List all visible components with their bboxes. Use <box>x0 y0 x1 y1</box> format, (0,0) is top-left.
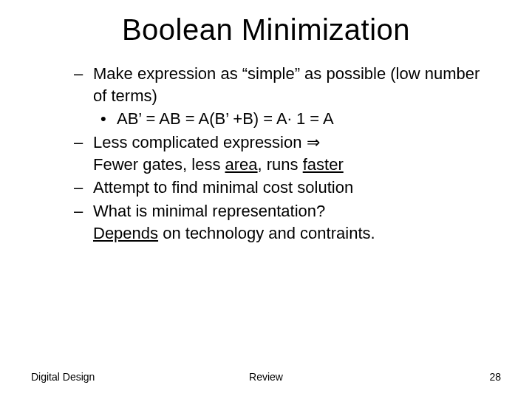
sub-item: • AB’ = AB = A(B’ +B) = A· 1 = A <box>100 108 488 130</box>
item-text: What is minimal representation? Depends … <box>93 200 488 244</box>
list-item: – What is minimal representation? Depend… <box>74 200 488 244</box>
content-body: – Make expression as “simple” as possibl… <box>37 63 495 245</box>
text-fragment: Fewer gates, less <box>93 155 225 174</box>
underlined-text: faster <box>303 155 344 174</box>
item-text: Attempt to find minimal cost solution <box>93 177 488 199</box>
underlined-text: Depends <box>93 224 158 242</box>
list-item: – Make expression as “simple” as possibl… <box>74 63 488 106</box>
footer-center: Review <box>249 371 283 383</box>
dot-bullet: • <box>100 108 117 130</box>
dash-bullet: – <box>74 200 93 244</box>
list-item: – Attempt to find minimal cost solution <box>74 177 488 199</box>
page-title: Boolean Minimization <box>37 13 495 47</box>
text-fragment: Less complicated expression <box>93 133 307 151</box>
underlined-text: area <box>225 155 258 174</box>
dash-bullet: – <box>74 132 93 175</box>
sub-item-text: AB’ = AB = A(B’ +B) = A· 1 = A <box>117 108 488 130</box>
implies-icon: ⇒ <box>307 133 320 151</box>
item-text: Less complicated expression ⇒ Fewer gate… <box>93 132 488 175</box>
text-fragment: on technology and contraints. <box>158 224 375 242</box>
list-item: – Less complicated expression ⇒ Fewer ga… <box>74 132 488 175</box>
text-fragment: What is minimal representation? <box>93 202 325 220</box>
dash-bullet: – <box>74 177 93 199</box>
slide: Boolean Minimization – Make expression a… <box>0 0 532 399</box>
footer-left: Digital Design <box>31 371 95 383</box>
text-fragment: , runs <box>258 155 303 174</box>
footer-page-number: 28 <box>489 371 501 383</box>
item-text: Make expression as “simple” as possible … <box>93 63 488 106</box>
dash-bullet: – <box>74 63 93 106</box>
